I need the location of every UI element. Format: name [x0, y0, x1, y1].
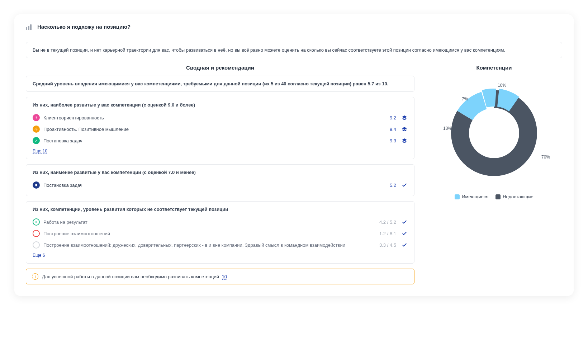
chart-title: Компетенции — [426, 65, 562, 71]
competency-row: Постановка задач 9.3 — [33, 135, 408, 146]
graduation-cap-icon[interactable] — [401, 137, 408, 144]
legend-have[interactable]: Имеющиеся — [455, 194, 488, 199]
svg-point-4 — [35, 221, 37, 223]
competency-row: Построение взаимоотношений: дружеских, д… — [33, 239, 408, 251]
chart-legend: Имеющиеся Недостающие — [455, 194, 534, 199]
more-mismatch-link[interactable]: Еще 6 — [33, 253, 45, 258]
chart-label-10: 10% — [498, 83, 506, 88]
competency-score: 3.3 / 4.5 — [379, 242, 396, 248]
competency-name: Проактивность. Позитивное мышление — [43, 127, 386, 132]
competency-row: Проактивность. Позитивное мышление 9.4 — [33, 123, 408, 135]
svg-point-2 — [36, 129, 37, 130]
clipboard-icon — [33, 181, 40, 189]
content-area: Сводная и рекомендации Средний уровень в… — [26, 65, 562, 284]
competency-row: Клиентоориентированность 9.2 — [33, 112, 408, 123]
graduation-cap-icon[interactable] — [401, 114, 408, 121]
competency-score: 9.4 — [390, 127, 396, 132]
competency-score: 5.2 — [390, 183, 396, 188]
alert-count-link[interactable]: 10 — [222, 274, 227, 280]
legend-missing[interactable]: Недостающие — [495, 194, 534, 199]
more-high-link[interactable]: Еще 10 — [33, 148, 47, 154]
alert-message: Для успешной работы в данной позиции вам… — [42, 274, 219, 279]
gear-icon — [33, 126, 40, 133]
competency-score: 9.2 — [390, 115, 396, 120]
chart-label-13: 13% — [443, 126, 452, 131]
avg-card: Средний уровень владения имеющимися у ва… — [26, 76, 414, 92]
competency-row: Построение взаимоотношений 1.2 / 8.1 — [33, 228, 408, 239]
competency-row: Постановка задач 5.2 — [33, 179, 408, 191]
page-header: Насколько я подхожу на позицию? — [26, 23, 562, 36]
page-title: Насколько я подхожу на позицию? — [37, 24, 131, 30]
svg-point-0 — [35, 117, 37, 118]
legend-have-label: Имеющиеся — [462, 194, 488, 199]
competency-name: Клиентоориентированность — [43, 115, 386, 120]
alert-text: Для успешной работы в данной позиции вам… — [42, 274, 227, 279]
competency-row: Работа на результат 4.2 / 5.2 — [33, 216, 408, 228]
circle-icon — [33, 230, 40, 237]
svg-point-5 — [472, 111, 516, 155]
summary-column: Сводная и рекомендации Средний уровень в… — [26, 65, 414, 284]
check-icon[interactable] — [401, 242, 408, 248]
info-icon: i — [32, 273, 38, 280]
mismatch-competencies-header: Из них, компетенции, уровень развития ко… — [33, 207, 408, 212]
chart-label-7: 7% — [462, 96, 468, 101]
svg-rect-1 — [36, 118, 37, 119]
chart-column: Компетенции — [426, 65, 562, 284]
competency-name: Постановка задач — [43, 183, 386, 188]
pencil-icon — [33, 137, 40, 144]
low-competencies-header: Из них, наименее развитые у вас компетен… — [33, 170, 408, 175]
competency-score: 1.2 / 8.1 — [379, 231, 396, 236]
competency-name: Построение взаимоотношений: дружеских, д… — [43, 242, 376, 248]
donut-chart-wrap: 10% 7% 13% 70% Имеющиеся Недостающие — [426, 76, 562, 199]
competency-name: Работа на результат — [43, 219, 376, 225]
graduation-cap-icon[interactable] — [401, 126, 408, 132]
svg-rect-3 — [35, 184, 37, 186]
circle-icon — [33, 241, 40, 249]
alert-card: i Для успешной работы в данной позиции в… — [26, 269, 414, 284]
swatch-blue-icon — [455, 194, 460, 199]
swatch-gray-icon — [495, 194, 501, 199]
mismatch-competencies-card: Из них, компетенции, уровень развития ко… — [26, 201, 414, 264]
low-competencies-card: Из них, наименее развитые у вас компетен… — [26, 164, 414, 196]
high-competencies-header: Из них, наиболее развитые у вас компетен… — [33, 102, 408, 108]
competency-name: Постановка задач — [43, 138, 386, 143]
info-banner: Вы не в текущей позиции, и нет карьерной… — [26, 42, 562, 58]
avg-text: Средний уровень владения имеющимися у ва… — [33, 81, 408, 86]
page-container: Насколько я подхожу на позицию? Вы не в … — [14, 14, 574, 296]
check-icon[interactable] — [401, 230, 408, 237]
competency-score: 4.2 / 5.2 — [379, 219, 396, 225]
summary-title: Сводная и рекомендации — [26, 65, 414, 71]
check-icon[interactable] — [401, 219, 408, 225]
legend-missing-label: Недостающие — [503, 194, 534, 199]
chart-label-70: 70% — [541, 155, 550, 160]
competency-name: Построение взаимоотношений — [43, 231, 376, 236]
competency-score: 9.3 — [390, 138, 396, 143]
bar-chart-icon — [26, 23, 33, 30]
high-competencies-card: Из них, наиболее развитые у вас компетен… — [26, 97, 414, 159]
lightbulb-icon — [33, 114, 40, 121]
target-icon — [33, 218, 40, 226]
donut-chart: 10% 7% 13% 70% — [440, 79, 548, 187]
check-icon[interactable] — [401, 182, 408, 188]
